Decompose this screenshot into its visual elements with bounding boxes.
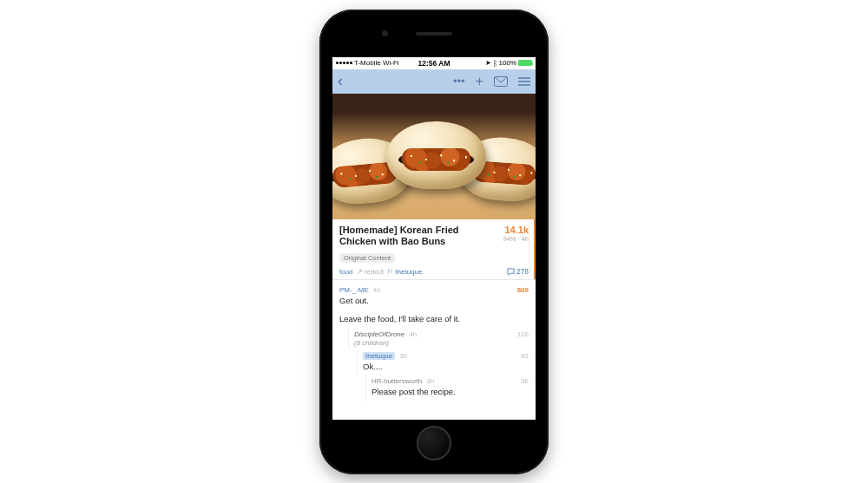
post-domain: ↗ redd.it (357, 268, 384, 276)
nav-bar: ‹ ••• + (332, 69, 536, 94)
status-bar: T-Mobile Wi-Fi 12:56 AM ➤ ᛒ 100% (332, 57, 536, 69)
status-time: 12:56 AM (418, 59, 450, 68)
comment-score: 42 (521, 352, 529, 360)
battery-icon (518, 60, 532, 66)
comment[interactable]: PM-_-ME 4h 809 Get out. Leave the food, … (339, 284, 529, 328)
comment-time: 4h (373, 286, 381, 294)
comment[interactable]: DiscipleOfDrone 4h 126 (8 children) (348, 328, 529, 349)
bluetooth-icon: ᛒ (493, 59, 497, 68)
comment-score: 809 (517, 286, 529, 294)
back-button[interactable]: ‹ (338, 72, 343, 90)
comment-score: 36 (521, 377, 529, 385)
screen: T-Mobile Wi-Fi 12:56 AM ➤ ᛒ 100% ‹ ••• + (332, 57, 536, 420)
comment-count[interactable]: 278 (507, 267, 529, 276)
subreddit-link[interactable]: food (339, 268, 353, 276)
comment-body: Get out. (339, 296, 529, 307)
comment[interactable]: thetuque 3h 42 Ok.... (357, 349, 529, 375)
front-camera (382, 30, 388, 36)
location-icon: ➤ (485, 59, 491, 67)
comment-author[interactable]: PM-_-ME (339, 286, 369, 294)
post-header: [Homemade] Korean Fried Chicken with Bao… (332, 219, 536, 281)
post-title[interactable]: [Homemade] Korean Fried Chicken with Bao… (339, 225, 497, 249)
phone-inner: T-Mobile Wi-Fi 12:56 AM ➤ ᛒ 100% ‹ ••• + (326, 16, 542, 467)
comment-body: Ok.... (363, 362, 529, 373)
comment-children-count[interactable]: (8 children) (354, 339, 529, 347)
status-left: T-Mobile Wi-Fi (336, 59, 418, 67)
comment-author[interactable]: DiscipleOfDrone (354, 330, 404, 338)
more-button[interactable]: ••• (453, 75, 465, 88)
signal-icon (336, 62, 352, 64)
mail-button[interactable] (494, 76, 508, 87)
post-author[interactable]: ⚐ thetuque (387, 268, 422, 276)
add-button[interactable]: + (476, 74, 483, 89)
comments-list[interactable]: PM-_-ME 4h 809 Get out. Leave the food, … (332, 280, 536, 401)
comment-time: 4h (409, 330, 417, 338)
post-flair[interactable]: Original Content (339, 253, 395, 263)
comment-body: Leave the food, I'll take care of it. (339, 314, 529, 325)
comment-body: Please post the recipe. (372, 387, 529, 398)
post-image[interactable] (332, 94, 536, 219)
food-illustration (386, 121, 486, 189)
battery-pct: 100% (499, 59, 516, 67)
comment-time: 3h (399, 352, 407, 360)
comment-time: 3h (426, 377, 434, 385)
home-button[interactable] (417, 426, 451, 460)
post-score-sub: 94% · 4h (503, 235, 529, 243)
post-score: 14.1k (503, 225, 529, 235)
status-right: ➤ ᛒ 100% (450, 59, 533, 68)
post-meta: food ↗ redd.it ⚐ thetuque 278 (339, 267, 529, 276)
carrier-label: T-Mobile Wi-Fi (354, 59, 399, 67)
comment-score: 126 (517, 330, 529, 338)
comment-author-op[interactable]: thetuque (363, 352, 395, 360)
comment-author[interactable]: HR-buttersworth (372, 377, 422, 385)
menu-button[interactable] (518, 76, 530, 87)
speaker-grille (416, 32, 452, 36)
comment[interactable]: HR-buttersworth 3h 36 Please post the re… (365, 375, 529, 401)
phone-frame: T-Mobile Wi-Fi 12:56 AM ➤ ᛒ 100% ‹ ••• + (319, 10, 549, 474)
comment-icon (507, 268, 515, 276)
